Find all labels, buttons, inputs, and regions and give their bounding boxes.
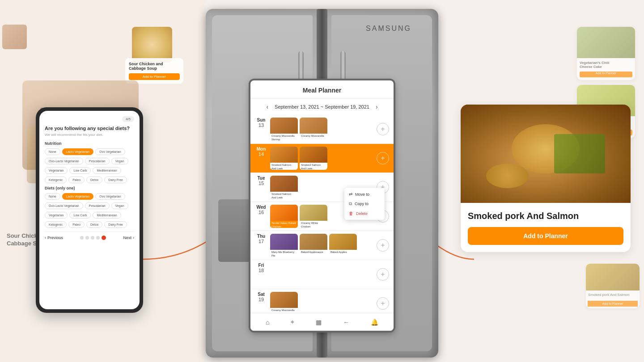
meal-card[interactable]: Smoked Salmon And Leek: [300, 147, 327, 170]
vegetable-shape: [554, 134, 605, 173]
bg-right-card1-img: [577, 27, 635, 58]
meal-card[interactable]: Creamy Mozzarella Shrimp: [270, 292, 298, 315]
recipe-main-image: [461, 105, 631, 203]
meal-card[interactable]: Baked Apples: [329, 234, 357, 257]
planner-title: Meal Planner: [303, 87, 341, 94]
meal-card[interactable]: Creamy Mozzarella: [300, 118, 327, 141]
meal-cards-mon: Smoked Salmon And Leek Smoked Salmon And…: [270, 147, 374, 170]
tag-ketogenic[interactable]: Ketogenic: [45, 177, 67, 183]
phone-header: 4/5: [45, 116, 134, 122]
day-label-tue: Tue 15: [255, 176, 267, 186]
meal-card[interactable]: Creamy White Chicken: [300, 205, 327, 228]
next-week-arrow[interactable]: ›: [373, 102, 381, 111]
nutrition-tags-row3: Vegetarian Low Carb Mediterranean: [45, 167, 134, 174]
prev-week-arrow[interactable]: ‹: [263, 102, 271, 111]
diet-tag-low-carb[interactable]: Low Carb: [69, 212, 91, 219]
day-name-sun: Sun: [255, 118, 267, 122]
bg-soup-card: Sour Chicken and Cabbage Soup Add to Pla…: [125, 58, 183, 84]
nutrition-tags-row: None Lacto Vegetarian Ovo Vegetarian: [45, 148, 134, 155]
phone-mockup: 4/5 Are you following any special diets?…: [36, 107, 143, 313]
meal-card-img: [329, 234, 357, 250]
bookmark-icon[interactable]: ⌖: [291, 318, 294, 326]
diet-tag-detox[interactable]: Detox: [86, 221, 102, 228]
diet-tag-paleo[interactable]: Paleo: [68, 221, 85, 228]
day-name-fri: Fri: [255, 263, 267, 268]
tag-detox[interactable]: Detox: [86, 177, 102, 183]
phone-question-title: Are you following any special diets?: [45, 126, 134, 131]
add-meal-mon[interactable]: +: [377, 152, 389, 164]
next-btn[interactable]: Next ›: [123, 236, 134, 240]
tag-paleo[interactable]: Paleo: [68, 177, 85, 183]
right-recipe-panel: Smoked pork And Salmon Add to Planner: [461, 105, 631, 257]
diet-tag-vegetarian[interactable]: Vegetarian: [45, 212, 68, 219]
add-meal-sat[interactable]: +: [377, 297, 389, 310]
add-meal-fri[interactable]: +: [377, 268, 389, 281]
diets-tags-row1: None Lacto Vegetarian Ovo Vegetarian: [45, 193, 134, 200]
meal-card[interactable]: Creamy Mozzarella Shrimp: [270, 118, 298, 141]
day-row-sun: Sun 13 Creamy Mozzarella Shrimp Creamy M…: [250, 115, 394, 144]
context-move-label: Move to: [355, 192, 369, 197]
meal-card-img: [270, 292, 298, 308]
tag-pescatarian[interactable]: Pescatarian: [85, 158, 110, 164]
tag-low-carb[interactable]: Low Carb: [69, 167, 91, 174]
notification-icon[interactable]: 🔔: [371, 319, 378, 326]
tag-vegetarian[interactable]: Vegetarian: [45, 167, 68, 174]
meal-card-img: [270, 234, 298, 250]
day-num-fri: 18: [255, 268, 267, 273]
home-icon[interactable]: ⌂: [266, 319, 269, 326]
phone-question-subtitle: We will recommend the fits your diet.: [45, 133, 134, 137]
diet-tag-ovo[interactable]: Ovo Vegetarian: [95, 193, 125, 200]
day-label-wed: Wed 16: [255, 205, 267, 215]
meal-card-img: [300, 234, 327, 250]
diet-tag-ovo-lacto[interactable]: Ovo-Lacto Vegetarian: [45, 202, 83, 209]
meal-cards-sat: Creamy Mozzarella Shrimp: [270, 292, 374, 315]
diet-tag-none[interactable]: None: [45, 193, 60, 200]
context-menu-copy[interactable]: ⧉ Copy to: [344, 199, 385, 209]
meal-card[interactable]: Mary-Me Blueberry Pie: [270, 234, 298, 257]
meal-card[interactable]: Tender Italian Baked Chicken: [270, 205, 298, 228]
context-copy-label: Copy to: [355, 202, 369, 206]
move-icon: ⇄: [349, 192, 352, 197]
meal-card[interactable]: Smoked Salmon And Leek: [270, 176, 298, 199]
diet-tag-keto[interactable]: Ketogenic: [45, 221, 67, 228]
meal-card[interactable]: Baked Applesauce: [300, 234, 327, 257]
day-num-mon: 14: [255, 152, 267, 157]
meal-card-label: Smoked Salmon And Leek: [270, 163, 298, 170]
meal-card[interactable]: Smoked Salmon And Leek: [270, 147, 298, 170]
tag-vegan[interactable]: Vegan: [111, 158, 128, 164]
day-name-tue: Tue: [255, 176, 267, 181]
meal-cards-sun: Creamy Mozzarella Shrimp Creamy Mozzarel…: [270, 118, 374, 141]
tag-none[interactable]: None: [45, 148, 60, 155]
prev-btn[interactable]: ‹ Previous: [45, 236, 63, 240]
dot1: [80, 236, 84, 240]
diet-tag-lacto[interactable]: Lacto Vegetarian: [62, 193, 94, 200]
day-label-sun: Sun 13: [255, 118, 267, 128]
diet-tag-pescatarian[interactable]: Pescatarian: [85, 202, 110, 209]
copy-icon: ⧉: [349, 201, 352, 206]
context-menu-delete[interactable]: 🗑 Delete: [344, 209, 385, 218]
diet-tag-dairy-free[interactable]: Dairy Free: [104, 221, 127, 228]
add-to-planner-button[interactable]: Add to Planner: [468, 227, 623, 245]
phone-screen: 4/5 Are you following any special diets?…: [39, 111, 140, 309]
fridge-screen[interactable]: Meal Planner ‹ September 13, 2021 ~ Sept…: [250, 80, 394, 331]
add-meal-sun[interactable]: +: [377, 123, 389, 135]
meal-card-label: Creamy Mozzarella Shrimp: [270, 134, 298, 141]
bg-right-card1: Vegetarian's ChiliCheese Cake Add to Pla…: [577, 27, 635, 80]
tag-ovo-veg[interactable]: Ovo Vegetarian: [95, 148, 125, 155]
tag-dairy-free[interactable]: Dairy Free: [104, 177, 127, 183]
bg-soup-add-btn[interactable]: Add to Planner: [129, 73, 180, 80]
tag-lacto-veg[interactable]: Lacto Vegetarian: [62, 148, 94, 155]
day-label-mon: Mon 14: [255, 147, 267, 157]
diets-tags-row4: Ketogenic Paleo Detox Dairy Free: [45, 221, 134, 228]
diet-tag-vegan[interactable]: Vegan: [111, 202, 128, 209]
context-menu-move[interactable]: ⇄ Move to: [344, 189, 385, 199]
day-num-thu: 17: [255, 239, 267, 244]
day-name-wed: Wed: [255, 205, 267, 210]
tag-mediterranean[interactable]: Mediterranean: [93, 167, 121, 174]
grid-icon[interactable]: ▦: [316, 319, 322, 326]
back-icon[interactable]: ←: [343, 319, 349, 326]
diet-tag-med[interactable]: Mediterranean: [93, 212, 121, 219]
add-meal-thu[interactable]: +: [377, 239, 389, 252]
potato-shape: [486, 164, 529, 188]
tag-ovo-lacto[interactable]: Ovo-Lacto Vegetarian: [45, 158, 83, 164]
